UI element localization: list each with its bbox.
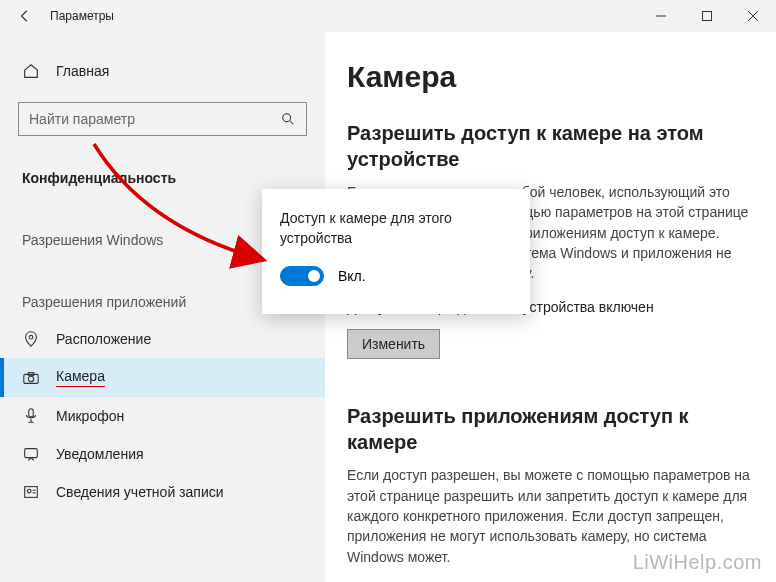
page-title: Камера	[347, 60, 754, 94]
nav-label: Уведомления	[56, 446, 144, 462]
minimize-button[interactable]	[638, 0, 684, 32]
sidebar-item-microphone[interactable]: Микрофон	[0, 397, 325, 435]
device-access-toggle[interactable]	[280, 266, 324, 286]
home-icon	[22, 62, 40, 80]
change-button[interactable]: Изменить	[347, 329, 440, 359]
search-input[interactable]	[19, 111, 270, 127]
svg-line-5	[290, 121, 294, 125]
sidebar-item-account-info[interactable]: Сведения учетной записи	[0, 473, 325, 511]
svg-point-4	[283, 114, 291, 122]
window-title: Параметры	[50, 9, 114, 23]
svg-rect-1	[703, 12, 712, 21]
device-access-toggle-label: Вкл.	[338, 268, 366, 284]
sidebar-item-location[interactable]: Расположение	[0, 320, 325, 358]
search-box[interactable]	[18, 102, 307, 136]
titlebar: Параметры	[0, 0, 776, 32]
nav-label: Микрофон	[56, 408, 124, 424]
sidebar-item-notifications[interactable]: Уведомления	[0, 435, 325, 473]
back-button[interactable]	[18, 9, 32, 23]
sidebar-home[interactable]: Главная	[0, 56, 325, 86]
flyout-title: Доступ к камере для этого устройства	[280, 209, 512, 248]
section-heading-app-access: Разрешить приложениям доступ к камере	[347, 403, 754, 455]
section-heading-device-access: Разрешить доступ к камере на этом устрой…	[347, 120, 754, 172]
home-label: Главная	[56, 63, 109, 79]
nav-label: Сведения учетной записи	[56, 484, 224, 500]
svg-point-6	[29, 335, 33, 339]
nav-label: Камера	[56, 368, 105, 387]
nav-list: Расположение Камера Микрофон Уведомления…	[0, 320, 325, 511]
nav-label: Расположение	[56, 331, 151, 347]
sidebar-item-camera[interactable]: Камера	[0, 358, 325, 397]
camera-icon	[22, 369, 40, 387]
notifications-icon	[22, 445, 40, 463]
svg-rect-10	[29, 409, 34, 417]
svg-point-13	[27, 489, 31, 493]
device-access-flyout: Доступ к камере для этого устройства Вкл…	[262, 189, 530, 314]
search-icon[interactable]	[270, 103, 306, 135]
watermark: LiWiHelp.com	[633, 551, 762, 574]
close-button[interactable]	[730, 0, 776, 32]
maximize-button[interactable]	[684, 0, 730, 32]
svg-rect-11	[25, 449, 38, 458]
location-icon	[22, 330, 40, 348]
svg-point-8	[28, 376, 33, 381]
account-icon	[22, 483, 40, 501]
microphone-icon	[22, 407, 40, 425]
